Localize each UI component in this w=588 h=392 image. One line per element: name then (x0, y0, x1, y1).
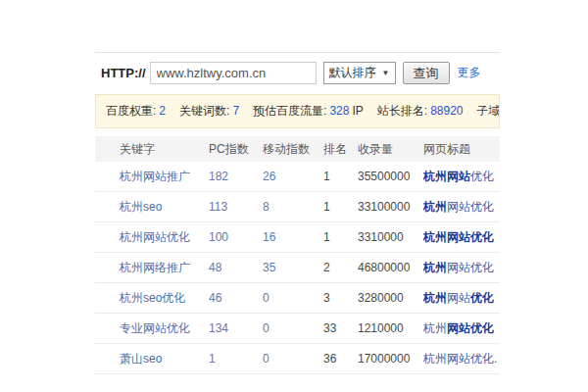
table-header-row: 关键字PC指数移动指数排名收录量网页标题 (95, 136, 500, 162)
title-segment: 杭州 (423, 200, 447, 214)
table-row: 萧山seo103617000000杭州网站优化. (95, 344, 500, 374)
stat-suffix: IP (352, 104, 363, 118)
rank-value: 36 (323, 352, 336, 366)
title-segment: 杭州 (423, 321, 447, 335)
keyword-link[interactable]: 杭州seo (120, 200, 162, 214)
pc-index-value: 100 (209, 230, 228, 244)
table-row: 杭州seo优化46033280000杭州网站优化 (95, 283, 500, 314)
keyword-table-body: 杭州网站推广18226135500000杭州网站优化杭州seo113813310… (95, 162, 500, 374)
stat-value: 88920 (430, 104, 463, 118)
pc-index-value: 1 (209, 352, 216, 366)
page-title-link[interactable]: 杭州网站优化. (423, 352, 497, 366)
pc-index-value: 48 (209, 261, 221, 274)
stat-label: 子域名 (477, 104, 501, 118)
column-header: 排名 (323, 141, 358, 158)
title-segment: 网站 (447, 291, 470, 305)
mobile-index-value: 26 (263, 170, 275, 183)
rank-value: 1 (323, 200, 330, 214)
stat-value: 2 (159, 104, 166, 118)
column-header: PC指数 (209, 141, 263, 158)
rank-value: 3 (323, 291, 330, 305)
column-header: 移动指数 (263, 141, 323, 158)
keyword-link[interactable]: 萧山seo (120, 352, 162, 366)
search-button[interactable]: 查询 (403, 62, 450, 84)
keyword-link[interactable]: 专业网站优化 (120, 321, 190, 335)
more-link[interactable]: 更多 (458, 65, 481, 81)
column-header: 网页标题 (423, 141, 500, 158)
title-segment: 网站优化 (447, 261, 494, 274)
rank-value: 2 (323, 261, 330, 274)
stat-label: 百度权重: (106, 104, 156, 118)
title-segment: 优化 (470, 170, 494, 183)
stat-item: 预估百度流量:328IP (253, 104, 364, 118)
pc-index-value: 134 (209, 321, 228, 335)
table-row: 杭州网络推广4835246800000杭州网站优化 (95, 253, 500, 283)
protocol-label: HTTP:// (101, 66, 146, 80)
stat-value: 7 (232, 104, 239, 118)
mobile-index-value: 0 (263, 291, 270, 305)
chevron-down-icon: ▼ (382, 69, 390, 77)
title-segment: 杭州 (423, 261, 447, 274)
seo-report-panel: HTTP:// 默认排序 ▼ 查询 更多 百度权重:2关键词数:7预估百度流量:… (95, 52, 500, 374)
stat-label: 关键词数: (179, 104, 229, 118)
title-segment: 杭州网站优化 (423, 230, 494, 244)
mobile-index-value: 35 (263, 261, 275, 274)
stat-item: 子域名 (477, 104, 501, 118)
collection-value: 3310000 (358, 230, 404, 244)
stats-bar: 百度权重:2关键词数:7预估百度流量:328IP站长排名:88920子域名 (95, 94, 500, 128)
stat-label: 预估百度流量: (253, 104, 326, 118)
keyword-link[interactable]: 杭州seo优化 (120, 291, 185, 305)
title-segment: 杭州网站 (423, 170, 470, 183)
sort-order-select[interactable]: 默认排序 ▼ (323, 62, 396, 84)
mobile-index-value: 0 (263, 352, 270, 366)
page-title-link[interactable]: 杭州网站优化 (423, 230, 494, 244)
page-title-link[interactable]: 杭州网站优化 (423, 291, 494, 305)
query-bar: HTTP:// 默认排序 ▼ 查询 更多 (95, 53, 500, 94)
collection-value: 3280000 (358, 291, 404, 305)
title-segment: 网站优化 (447, 321, 494, 335)
rank-value: 1 (323, 170, 330, 183)
collection-value: 46800000 (358, 261, 410, 274)
title-segment: 优化 (470, 291, 494, 305)
keyword-link[interactable]: 杭州网站优化 (120, 230, 190, 244)
collection-value: 35500000 (358, 170, 410, 183)
title-segment: 网站优化 (447, 200, 494, 214)
stat-value: 328 (329, 104, 349, 118)
table-row: 杭州网站优化1001613310000杭州网站优化 (95, 222, 500, 253)
table-row: 杭州seo1138133100000杭州网站优化 (95, 192, 500, 222)
page-title-link[interactable]: 杭州网站优化 (423, 321, 494, 335)
stat-item: 关键词数:7 (179, 104, 239, 118)
table-row: 专业网站优化1340331210000杭州网站优化 (95, 314, 500, 344)
stat-item: 站长排名:88920 (377, 104, 464, 118)
rank-value: 33 (323, 321, 336, 335)
table-row: 杭州网站推广18226135500000杭州网站优化 (95, 162, 500, 192)
stat-label: 站长排名: (377, 104, 427, 118)
pc-index-value: 182 (209, 170, 228, 183)
column-header: 收录量 (358, 141, 423, 158)
page-title-link[interactable]: 杭州网站优化 (423, 170, 494, 183)
column-header: 关键字 (95, 141, 209, 158)
pc-index-value: 46 (209, 291, 221, 305)
page-title-link[interactable]: 杭州网站优化 (423, 261, 494, 274)
sort-order-value: 默认排序 (329, 65, 376, 81)
stat-item: 百度权重:2 (106, 104, 166, 118)
keyword-link[interactable]: 杭州网络推广 (120, 261, 190, 274)
mobile-index-value: 8 (263, 200, 270, 214)
mobile-index-value: 16 (263, 230, 275, 244)
keyword-link[interactable]: 杭州网站推广 (120, 170, 190, 183)
mobile-index-value: 0 (263, 321, 270, 335)
url-input[interactable] (150, 62, 317, 84)
keyword-table: 关键字PC指数移动指数排名收录量网页标题 杭州网站推广1822613550000… (95, 136, 500, 374)
collection-value: 1210000 (358, 321, 404, 335)
collection-value: 17000000 (358, 352, 410, 366)
pc-index-value: 113 (209, 200, 227, 214)
rank-value: 1 (323, 230, 330, 244)
title-segment: 杭州网站优化. (423, 352, 497, 366)
title-segment: 杭州 (423, 291, 447, 305)
page-title-link[interactable]: 杭州网站优化 (423, 200, 494, 214)
collection-value: 33100000 (358, 200, 410, 214)
